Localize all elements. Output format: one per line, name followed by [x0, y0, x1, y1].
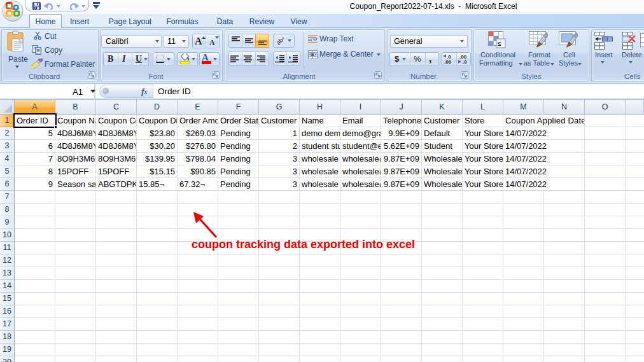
svg-text:.00: .00 [444, 59, 452, 65]
svg-text:≤: ≤ [498, 40, 501, 47]
svg-text:.0: .0 [463, 59, 467, 65]
